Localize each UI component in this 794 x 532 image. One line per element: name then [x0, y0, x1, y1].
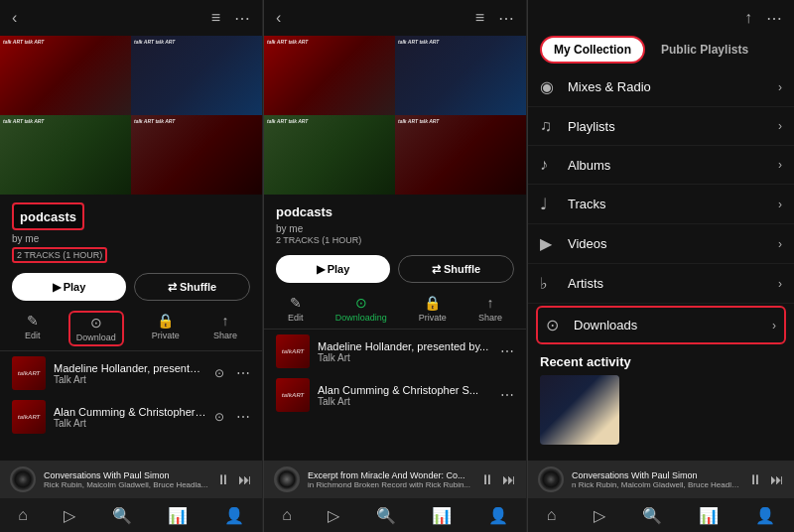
track-item[interactable]: talkART Madeline Hollander, presented by… [0, 351, 262, 395]
tab-my-collection[interactable]: My Collection [540, 36, 645, 64]
panel2-header-right: ≡ ⋯ [475, 9, 514, 28]
panel3-now-playing[interactable]: Conversations With Paul Simon n Rick Rub… [528, 461, 794, 498]
private-action-2[interactable]: 🔒 Private [413, 293, 453, 325]
panel2-action-buttons: ▶ Play ⇄ Shuffle [264, 249, 526, 289]
menu-icon[interactable]: ≡ [211, 9, 220, 28]
pause-icon-1[interactable]: ⏸ [216, 471, 230, 487]
shuffle-button-2[interactable]: ⇄ Shuffle [398, 255, 514, 283]
nav-play-1[interactable]: ▷ [64, 506, 75, 525]
menu-item-downloads[interactable]: ⊙ Downloads › [536, 306, 786, 344]
panel-1: ‹ ≡ ⋯ talk ART talk ART talk ART talk AR… [0, 0, 263, 532]
panel1-now-playing[interactable]: Conversations With Paul Simon Rick Rubin… [0, 461, 262, 498]
share-action[interactable]: ↑ Share [207, 311, 243, 346]
artwork-grid: talk ART talk ART talk ART talk ART talk… [0, 36, 262, 195]
menu-item-artists[interactable]: ♭ Artists › [528, 264, 794, 304]
more-icon[interactable]: ⋯ [234, 9, 250, 28]
playlists-label: Playlists [568, 119, 778, 134]
menu-icon-2[interactable]: ≡ [475, 9, 484, 28]
track-title-1: Madeline Hollander, presented by... [54, 362, 206, 374]
menu-item-videos[interactable]: ▶ Videos › [528, 224, 794, 264]
panel1-header: ‹ ≡ ⋯ [0, 0, 262, 36]
nav-profile-2[interactable]: 👤 [488, 506, 508, 525]
share-icon: ↑ [221, 313, 228, 329]
track-item-4[interactable]: talkART Alan Cumming & Christopher S... … [264, 373, 526, 417]
track-title-4: Alan Cumming & Christopher S... [318, 384, 492, 396]
nav-home-2[interactable]: ⌂ [282, 506, 292, 524]
podcast-by[interactable]: by me [12, 233, 250, 244]
panel-2: ‹ ≡ ⋯ talk ART talk ART talk ART talk AR… [264, 0, 527, 532]
download-action[interactable]: ⊙ Download [68, 311, 124, 346]
edit-action-2[interactable]: ✎ Edit [282, 293, 310, 325]
nav-stats-3[interactable]: 📊 [699, 506, 719, 525]
recent-section: Recent activity Broken [528, 346, 794, 449]
pause-icon-2[interactable]: ⏸ [480, 471, 494, 487]
panel2-track-list: talkART Madeline Hollander, presented by… [264, 330, 526, 461]
artwork-cell-2-2: talk ART talk ART [395, 36, 526, 115]
track-subtitle-4: Talk Art [318, 396, 492, 407]
nav-search-3[interactable]: 🔍 [642, 506, 662, 525]
next-icon-1[interactable]: ⏭ [238, 471, 252, 487]
more-icon-2[interactable]: ⋯ [498, 9, 514, 28]
nav-search-2[interactable]: 🔍 [376, 506, 396, 525]
nav-stats-2[interactable]: 📊 [432, 506, 452, 525]
track-subtitle-1: Talk Art [54, 374, 206, 385]
play-button-2[interactable]: ▶ Play [276, 255, 390, 283]
back-icon-2[interactable]: ‹ [276, 9, 281, 27]
next-icon-3[interactable]: ⏭ [770, 471, 784, 487]
next-icon-2[interactable]: ⏭ [502, 471, 516, 487]
downloads-chevron: › [772, 319, 776, 332]
track-subtitle-2: Talk Art [54, 418, 206, 429]
track-thumb-2: talkART [12, 400, 46, 434]
nav-play-3[interactable]: ▷ [594, 506, 605, 525]
track-item-2[interactable]: talkART Alan Cumming & Christopher S... … [0, 395, 262, 439]
podcast-by-2[interactable]: by me [276, 223, 514, 234]
track-more-4[interactable]: ⋯ [500, 387, 514, 403]
videos-icon: ▶ [540, 234, 568, 253]
menu-item-tracks[interactable]: ♩ Tracks › [528, 185, 794, 224]
track-more-2[interactable]: ⋯ [236, 409, 250, 425]
nav-stats-1[interactable]: 📊 [168, 506, 188, 525]
nav-home-3[interactable]: ⌂ [547, 506, 557, 524]
tracks-chevron: › [778, 198, 782, 211]
podcast-title: podcasts [20, 209, 76, 224]
track-item-3[interactable]: talkART Madeline Hollander, presented by… [264, 330, 526, 373]
mixes-chevron: › [778, 80, 782, 94]
artwork-cell-3: talk ART talk ART [0, 115, 131, 195]
pause-icon-3[interactable]: ⏸ [748, 471, 762, 487]
panel2-header: ‹ ≡ ⋯ [264, 0, 526, 36]
np-info-3: Conversations With Paul Simon n Rick Rub… [572, 470, 740, 489]
downloading-icon: ⊙ [355, 295, 367, 311]
shuffle-button[interactable]: ⇄ Shuffle [134, 273, 250, 301]
panel3-nav-bar: ⌂ ▷ 🔍 📊 👤 [528, 498, 794, 532]
nav-home-1[interactable]: ⌂ [18, 506, 28, 524]
play-button[interactable]: ▶ Play [12, 273, 126, 301]
edit-action[interactable]: ✎ Edit [19, 311, 47, 346]
podcast-meta-2: 2 TRACKS (1 HOUR) [276, 235, 514, 245]
more-icon-3[interactable]: ⋯ [766, 9, 782, 28]
menu-item-playlists[interactable]: ♫ Playlists › [528, 107, 794, 146]
recent-item-broken[interactable]: Broken [540, 375, 619, 445]
private-action[interactable]: 🔒 Private [146, 311, 186, 346]
download-icon: ⊙ [90, 315, 102, 331]
menu-item-albums[interactable]: ♪ Albums › [528, 146, 794, 185]
nav-play-2[interactable]: ▷ [328, 506, 339, 525]
panel1-track-list: talkART Madeline Hollander, presented by… [0, 351, 262, 461]
nav-search-1[interactable]: 🔍 [112, 506, 132, 525]
tab-public-playlists[interactable]: Public Playlists [649, 36, 760, 64]
track-info-1: Madeline Hollander, presented by... Talk… [54, 362, 206, 385]
share-icon-3[interactable]: ↑ [744, 9, 752, 27]
artwork-cell-2-4: talk ART talk ART [395, 115, 526, 195]
back-icon[interactable]: ‹ [12, 9, 17, 27]
share-action-2[interactable]: ↑ Share [472, 293, 508, 325]
np-title-2: Excerpt from Miracle And Wonder: Co... [308, 470, 472, 480]
menu-item-mixes[interactable]: ◉ Mixes & Radio › [528, 67, 794, 107]
track-info-2: Alan Cumming & Christopher S... Talk Art [54, 406, 206, 429]
nav-profile-1[interactable]: 👤 [224, 506, 244, 525]
downloading-action[interactable]: ⊙ Downloading [330, 293, 393, 325]
panel2-now-playing[interactable]: Excerpt from Miracle And Wonder: Co... i… [264, 461, 526, 498]
np-info-1: Conversations With Paul Simon Rick Rubin… [44, 470, 208, 489]
nav-profile-3[interactable]: 👤 [755, 506, 775, 525]
track-more-3[interactable]: ⋯ [500, 343, 514, 359]
track-more-1[interactable]: ⋯ [236, 365, 250, 381]
panel-3: ↑ ⋯ My Collection Public Playlists ◉ Mix… [528, 0, 794, 532]
